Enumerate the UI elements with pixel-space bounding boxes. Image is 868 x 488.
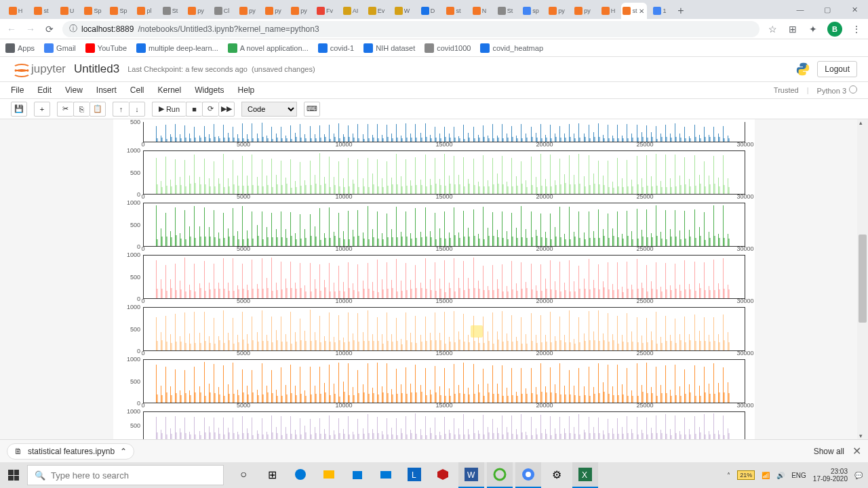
browser-tab[interactable]: Sp [80, 3, 106, 19]
browser-tab[interactable]: Cl [209, 3, 235, 19]
back-button[interactable]: ← [5, 23, 18, 35]
menu-cell[interactable]: Cell [130, 85, 144, 95]
notifications-icon[interactable]: 💬 [854, 472, 863, 479]
wifi-icon[interactable]: 📶 [762, 472, 770, 479]
explorer-icon[interactable] [316, 462, 342, 488]
browser-tab[interactable]: st [28, 3, 54, 19]
store-icon[interactable] [344, 462, 370, 488]
volume-icon[interactable]: 🔊 [776, 472, 785, 479]
browser-tab[interactable]: H [595, 3, 621, 19]
menu-edit[interactable]: Edit [37, 85, 52, 95]
command-palette-button[interactable]: ⌨ [304, 102, 320, 117]
anaconda-icon[interactable] [487, 462, 513, 488]
profile-avatar[interactable]: B [827, 22, 842, 37]
browser-tab[interactable]: W [389, 3, 415, 19]
minimize-button[interactable]: — [787, 0, 814, 19]
browser-tab[interactable]: st✕ [621, 3, 647, 19]
forward-button[interactable]: → [24, 23, 37, 35]
cut-button[interactable]: ✂ [57, 102, 73, 117]
mcafee-icon[interactable] [430, 462, 456, 488]
browser-tab[interactable]: st [441, 3, 467, 19]
bookmark-item[interactable]: Apps [5, 43, 35, 53]
move-up-button[interactable]: ↑ [113, 102, 129, 117]
browser-tab[interactable]: Ev [363, 3, 389, 19]
browser-tab[interactable]: St [492, 3, 518, 19]
jupyter-logo[interactable]: jupyter [11, 60, 66, 79]
maximize-button[interactable]: ▢ [814, 0, 841, 19]
bookmark-item[interactable]: covid_heatmap [480, 43, 543, 53]
mail-icon[interactable] [373, 462, 399, 488]
close-downloads-bar[interactable]: ✕ [852, 445, 861, 458]
browser-tab[interactable]: Fv [312, 3, 338, 19]
browser-tab[interactable]: Sp [106, 3, 132, 19]
chevron-up-icon[interactable]: ⌃ [120, 447, 127, 456]
cortana-icon[interactable]: ○ [231, 462, 256, 488]
bookmark-item[interactable]: covid-1 [318, 43, 354, 53]
bookmark-item[interactable]: YouTube [85, 43, 127, 53]
windows-search[interactable]: 🔍 Type here to search [27, 465, 224, 485]
browser-tab[interactable]: pl [132, 3, 157, 19]
notebook-scrollbar[interactable]: ▴ ▾ [857, 119, 868, 439]
site-info-icon[interactable]: ⓘ [69, 23, 77, 35]
extension-puzzle-icon[interactable]: ✦ [807, 23, 819, 35]
bookmark-item[interactable]: NIH dataset [363, 43, 415, 53]
menu-help[interactable]: Help [238, 85, 255, 95]
restart-button[interactable]: ⟳ [202, 102, 218, 117]
browser-tab[interactable]: sp [518, 3, 544, 19]
browser-tab[interactable]: St [157, 3, 183, 19]
browser-tab[interactable]: U [54, 3, 80, 19]
chrome-menu-icon[interactable]: ⋮ [850, 23, 863, 35]
settings-gear-icon[interactable]: ⚙ [544, 462, 570, 488]
menu-kernel[interactable]: Kernel [158, 85, 182, 95]
new-tab-button[interactable]: + [673, 3, 689, 19]
run-button[interactable]: ▶ Run [152, 102, 186, 117]
browser-tab[interactable]: py [286, 3, 312, 19]
extensions-icon[interactable]: ⊞ [787, 23, 799, 35]
omnibox[interactable]: ⓘ localhost:8889/notebooks/Untitled3.ipy… [62, 21, 760, 37]
language-indicator[interactable]: ENG [791, 472, 806, 479]
edge-icon[interactable] [288, 462, 313, 488]
scrollbar-thumb[interactable] [859, 235, 867, 323]
move-down-button[interactable]: ↓ [129, 102, 145, 117]
notebook-title[interactable]: Untitled3 [74, 62, 119, 76]
save-button[interactable]: 💾 [11, 102, 27, 117]
menu-view[interactable]: View [65, 85, 83, 95]
menu-insert[interactable]: Insert [96, 85, 117, 95]
add-cell-button[interactable]: + [34, 102, 50, 117]
browser-tab[interactable]: 1 [647, 3, 673, 19]
browser-tab[interactable]: py [260, 3, 286, 19]
browser-tab[interactable]: D [415, 3, 441, 19]
kernel-name[interactable]: Python 3 [817, 85, 857, 95]
browser-tab[interactable]: py [235, 3, 260, 19]
clock[interactable]: 23:03 17-09-2020 [813, 468, 848, 483]
bookmark-item[interactable]: A novel application... [228, 43, 309, 53]
bookmark-star-icon[interactable]: ☆ [766, 23, 778, 35]
battery-indicator[interactable]: 21% [737, 470, 755, 480]
browser-tab[interactable]: H [3, 3, 28, 19]
bookmark-item[interactable]: covid1000 [425, 43, 471, 53]
copy-button[interactable]: ⎘ [73, 102, 90, 117]
bookmark-item[interactable]: Gmail [44, 43, 76, 53]
trusted-indicator[interactable]: Trusted [774, 86, 799, 94]
browser-tab[interactable]: py [544, 3, 570, 19]
start-button[interactable] [0, 462, 27, 488]
task-view-icon[interactable]: ⊞ [259, 462, 285, 488]
close-tab-icon[interactable]: ✕ [639, 7, 646, 14]
browser-tab[interactable]: AI [338, 3, 363, 19]
reload-button[interactable]: ⟳ [43, 23, 56, 35]
bookmark-item[interactable]: multiple deep-learn... [136, 43, 218, 53]
browser-tab[interactable]: py [570, 3, 595, 19]
cell-type-select[interactable]: Code [241, 102, 297, 117]
interrupt-button[interactable]: ■ [186, 102, 202, 117]
paste-button[interactable]: 📋 [90, 102, 106, 117]
download-item[interactable]: 🗎 statistical features.ipynb ⌃ [7, 443, 134, 460]
browser-tab[interactable]: py [183, 3, 209, 19]
logout-button[interactable]: Logout [817, 61, 857, 77]
browser-tab[interactable]: N [467, 3, 492, 19]
menu-file[interactable]: File [11, 85, 24, 95]
word-icon[interactable]: W [458, 462, 484, 488]
show-all-downloads[interactable]: Show all [814, 447, 844, 456]
close-window-button[interactable]: ✕ [841, 0, 868, 19]
excel-icon[interactable]: X [572, 462, 598, 488]
restart-run-all-button[interactable]: ▶▶ [218, 102, 235, 117]
